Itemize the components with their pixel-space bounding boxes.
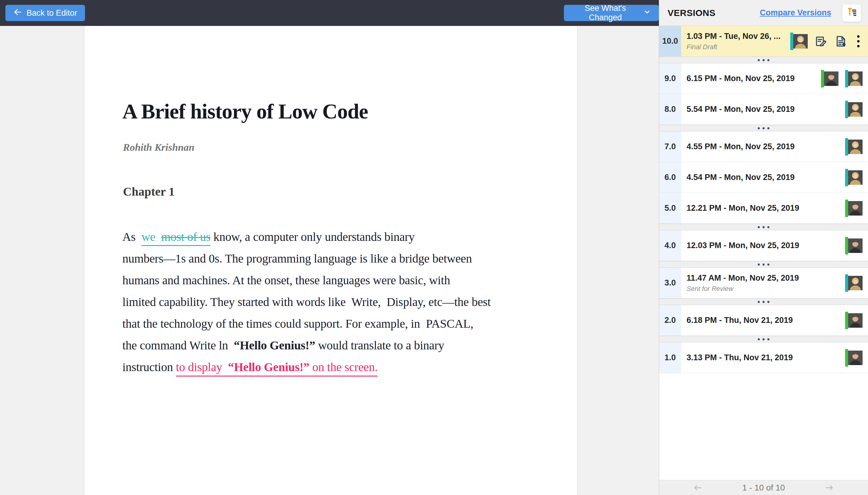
compare-versions-link[interactable]: Compare Versions	[760, 8, 831, 17]
collaborator-avatar	[845, 138, 863, 156]
see-whats-changed-label: See What's Changed	[572, 4, 639, 22]
version-row-8[interactable]: 8.0 5.54 PM - Mon, Nov 25, 2019	[659, 94, 868, 125]
show-collapsed-versions[interactable]	[659, 224, 868, 230]
page-range-label: 1 - 10 of 10	[742, 483, 785, 493]
version-timestamp: 4.55 PM - Mon, Nov 25, 2019	[687, 142, 795, 151]
paragraph-line: humans and machines. At the onset, these…	[122, 270, 491, 291]
collaborator-avatar	[845, 70, 863, 87]
version-timestamp: 12.03 PM - Mon, Nov 25, 2019	[687, 241, 799, 250]
versions-list: 10.0 1.03 PM - Tue, Nov 26, ... Final Dr…	[659, 26, 868, 480]
paragraph-line: numbers—1s and 0s. The programming langu…	[122, 248, 491, 270]
next-page-arrow-icon[interactable]	[824, 483, 835, 493]
version-number: 9.0	[659, 63, 681, 94]
document-author: Rohith Krishnan	[123, 142, 194, 153]
versions-panel: VERSIONS Compare Versions 10.0 1.03 PM -…	[659, 0, 868, 495]
version-timestamp: 1.03 PM - Tue, Nov 26, ...	[687, 32, 781, 41]
collaborator-avatar	[845, 274, 863, 292]
previous-page-arrow-icon[interactable]	[692, 483, 703, 493]
paragraph-line: instruction to display “Hello Genius!” o…	[122, 356, 491, 378]
tracked-change-insert-delete: we most of us	[141, 230, 210, 246]
paragraph-line: that the technology of the times could s…	[122, 313, 491, 335]
version-number: 2.0	[659, 305, 681, 336]
edit-version-note-icon[interactable]	[814, 35, 828, 48]
paragraph-line: As we most of us know, a computer only u…	[122, 226, 491, 248]
version-number: 10.0	[659, 26, 681, 56]
version-number: 3.0	[659, 268, 681, 298]
version-timestamp: 6.15 PM - Mon, Nov 25, 2019	[687, 74, 795, 83]
version-row-10[interactable]: 10.0 1.03 PM - Tue, Nov 26, ... Final Dr…	[659, 26, 868, 57]
filter-versions-button[interactable]	[842, 4, 861, 22]
version-row-3[interactable]: 3.0 11.47 AM - Mon, Nov 25, 2019 Sent fo…	[659, 268, 868, 298]
version-timestamp: 12.21 PM - Mon, Nov 25, 2019	[687, 204, 799, 213]
save-as-new-version-icon[interactable]	[834, 35, 848, 48]
version-timestamp: 6.18 PM - Thu, Nov 21, 2019	[687, 315, 793, 325]
version-note: Final Draft	[687, 43, 781, 51]
version-number: 6.0	[659, 162, 681, 193]
version-timestamp: 4.54 PM - Mon, Nov 25, 2019	[687, 173, 795, 182]
collaborator-avatar	[845, 312, 863, 329]
version-timestamp: 3.13 PM - Thu, Nov 21, 2019	[687, 353, 793, 362]
version-timestamp: 5.54 PM - Mon, Nov 25, 2019	[687, 105, 795, 114]
show-collapsed-versions[interactable]	[659, 336, 868, 342]
paragraph-line: limited capability. They started with wo…	[122, 291, 491, 313]
show-collapsed-versions[interactable]	[659, 125, 868, 132]
chevron-down-icon	[643, 8, 651, 18]
document-paragraph: As we most of us know, a computer only u…	[122, 226, 491, 378]
tracked-change-inserted-text: to display “Hello Genius!” on the screen…	[176, 360, 378, 377]
version-row-9[interactable]: 9.0 6.15 PM - Mon, Nov 25, 2019	[659, 63, 868, 94]
version-number: 7.0	[659, 132, 681, 162]
versions-pagination: 1 - 10 of 10	[659, 480, 868, 495]
paragraph-line: the command Write ln “Hello Genius!” wou…	[122, 335, 491, 356]
versions-panel-header: VERSIONS Compare Versions	[659, 0, 868, 26]
collaborator-avatar	[845, 200, 863, 217]
version-row-4[interactable]: 4.0 12.03 PM - Mon, Nov 25, 2019	[659, 230, 868, 261]
version-timestamp: 11.47 AM - Mon, Nov 25, 2019	[687, 273, 799, 283]
top-toolbar: Back to Editor See What's Changed	[0, 0, 659, 26]
version-note: Sent for Review	[687, 285, 799, 293]
show-collapsed-versions[interactable]	[659, 57, 868, 63]
version-number: 1.0	[659, 342, 681, 373]
tracked-change-deleted-text: most of us	[161, 230, 211, 243]
chapter-heading: Chapter 1	[123, 185, 174, 199]
versions-title: VERSIONS	[667, 8, 715, 18]
version-row-7[interactable]: 7.0 4.55 PM - Mon, Nov 25, 2019	[659, 132, 868, 162]
collaborator-avatar	[821, 70, 838, 87]
collaborator-avatar	[845, 169, 863, 186]
left-arrow-icon	[13, 7, 22, 19]
document-title: A Brief history of Low Code	[122, 100, 368, 124]
collaborator-avatar	[845, 101, 863, 118]
collaborator-avatar	[845, 349, 863, 366]
show-collapsed-versions[interactable]	[659, 261, 868, 268]
version-row-2[interactable]: 2.0 6.18 PM - Thu, Nov 21, 2019	[659, 305, 868, 336]
version-number: 4.0	[659, 230, 681, 261]
filter-funnel-icon	[846, 6, 858, 20]
back-to-editor-label: Back to Editor	[27, 8, 77, 18]
more-options-icon[interactable]	[854, 34, 863, 49]
version-row-5[interactable]: 5.0 12.21 PM - Mon, Nov 25, 2019	[659, 193, 868, 224]
version-number: 8.0	[659, 94, 681, 124]
version-row-6[interactable]: 6.0 4.54 PM - Mon, Nov 25, 2019	[659, 162, 868, 193]
see-whats-changed-button[interactable]: See What's Changed	[564, 5, 659, 21]
version-row-1[interactable]: 1.0 3.13 PM - Thu, Nov 21, 2019	[659, 342, 868, 373]
collaborator-avatar	[845, 237, 863, 254]
show-collapsed-versions[interactable]	[659, 298, 868, 305]
document-page: A Brief history of Low Code Rohith Krish…	[84, 26, 577, 495]
back-to-editor-button[interactable]: Back to Editor	[5, 5, 85, 21]
version-number: 5.0	[659, 193, 681, 223]
collaborator-avatar	[790, 33, 808, 50]
